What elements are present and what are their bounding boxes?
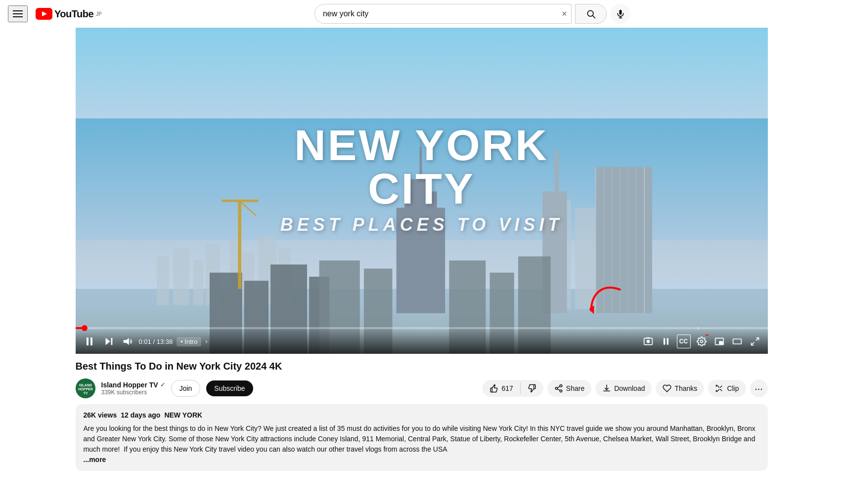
settings-badge xyxy=(706,335,709,336)
fullscreen-button[interactable] xyxy=(748,335,762,348)
verified-icon: ✓ xyxy=(160,381,165,388)
channel-name-block: Island Hopper TV ✓ 339K subscribers xyxy=(101,381,165,396)
video-actions-row: ISLAND HOPPER TV Island Hopper TV ✓ xyxy=(76,378,768,398)
miniplayer-icon xyxy=(714,336,724,346)
description-box[interactable]: 26K views 12 days ago NEW YORK Are you l… xyxy=(76,404,768,471)
dislike-button[interactable] xyxy=(521,380,543,397)
time-display: 0:01 / 13:38 xyxy=(139,338,173,345)
pause-icon xyxy=(84,336,95,347)
next-icon xyxy=(103,336,114,347)
svg-rect-11 xyxy=(173,249,189,305)
clear-icon: × xyxy=(562,9,567,19)
upload-time: 12 days ago xyxy=(121,410,160,420)
description-meta: 26K views 12 days ago NEW YORK xyxy=(84,410,760,420)
header: YouTube JP × xyxy=(0,0,843,28)
channel-info: ISLAND HOPPER TV Island Hopper TV ✓ xyxy=(76,378,479,398)
svg-rect-33 xyxy=(644,167,645,313)
svg-rect-27 xyxy=(595,167,596,313)
play-pause-button[interactable] xyxy=(82,334,97,349)
miniplayer-button[interactable] xyxy=(712,335,726,348)
svg-rect-31 xyxy=(627,167,628,313)
svg-line-3 xyxy=(593,16,595,18)
channel-name[interactable]: Island Hopper TV ✓ xyxy=(101,381,165,389)
more-actions-button[interactable]: ··· xyxy=(750,379,768,397)
header-center: × xyxy=(110,4,835,24)
clip-button[interactable]: Clip xyxy=(708,380,746,397)
video-thumbnail[interactable]: NEW YORK CITY BEST PLACES TO VISIT xyxy=(76,28,768,354)
settings-button[interactable] xyxy=(695,335,709,348)
join-button[interactable]: Join xyxy=(171,380,201,397)
svg-marker-52 xyxy=(123,338,129,345)
svg-point-75 xyxy=(560,385,562,387)
pause2-button[interactable] xyxy=(659,335,673,348)
video-player[interactable]: NEW YORK CITY BEST PLACES TO VISIT xyxy=(76,28,768,354)
screenshot-icon xyxy=(643,336,653,346)
search-clear-button[interactable]: × xyxy=(558,9,571,19)
like-count: 617 xyxy=(501,384,513,392)
channel-subscribers: 339K subscribers xyxy=(101,389,165,396)
youtube-logo[interactable]: YouTube JP xyxy=(36,8,102,20)
svg-rect-61 xyxy=(733,339,741,344)
search-bar: × xyxy=(314,4,572,24)
logo-text: YouTube xyxy=(54,8,93,20)
screenshot-button[interactable] xyxy=(641,335,655,348)
video-main-title: Best Things To Do in New York City 2024 … xyxy=(76,360,768,373)
more-icon: ··· xyxy=(754,383,763,394)
search-input[interactable] xyxy=(315,4,558,23)
thumbs-down-icon xyxy=(528,384,536,393)
logo-jp: JP xyxy=(96,11,102,17)
controls-bar: 0:01 / 13:38 • Intro › xyxy=(76,329,768,354)
svg-marker-50 xyxy=(105,338,110,345)
volume-icon xyxy=(122,336,133,347)
svg-rect-29 xyxy=(611,167,612,313)
voice-search-button[interactable] xyxy=(611,4,630,24)
svg-rect-12 xyxy=(193,260,204,305)
page-wrapper: NEW YORK CITY BEST PLACES TO VISIT xyxy=(0,28,843,471)
menu-button[interactable] xyxy=(8,5,28,22)
svg-rect-55 xyxy=(646,337,650,339)
svg-line-62 xyxy=(755,338,758,341)
intro-arrow: › xyxy=(205,338,207,345)
controls-right: CC xyxy=(641,335,762,348)
overlay-title-line2: BEST PLACES TO VISIT xyxy=(249,214,595,235)
volume-button[interactable] xyxy=(120,334,135,349)
svg-point-58 xyxy=(700,340,703,343)
search-icon xyxy=(586,9,596,19)
svg-text:HOPPER: HOPPER xyxy=(78,387,93,391)
like-button[interactable]: 617 xyxy=(483,380,520,397)
download-button[interactable]: Download xyxy=(595,380,652,397)
svg-rect-40 xyxy=(238,200,241,289)
subscribe-button[interactable]: Subscribe xyxy=(206,380,253,396)
svg-rect-56 xyxy=(664,338,665,344)
settings-icon xyxy=(697,336,707,346)
theater-button[interactable] xyxy=(730,335,744,348)
svg-rect-4 xyxy=(619,10,621,15)
more-link[interactable]: ...more xyxy=(84,456,106,463)
main: NEW YORK CITY BEST PLACES TO VISIT xyxy=(0,28,843,471)
fullscreen-icon xyxy=(750,336,760,346)
download-icon xyxy=(602,384,611,393)
svg-rect-28 xyxy=(603,167,604,313)
next-button[interactable] xyxy=(101,334,116,349)
svg-point-76 xyxy=(555,387,558,390)
like-dislike-group: 617 xyxy=(483,380,543,397)
svg-rect-10 xyxy=(157,256,169,305)
svg-point-54 xyxy=(646,340,650,343)
description-text: Are you looking for the best things to d… xyxy=(84,423,760,455)
clip-icon xyxy=(715,384,724,393)
svg-point-77 xyxy=(560,390,562,392)
share-button[interactable]: Share xyxy=(547,380,591,397)
channel-avatar[interactable]: ISLAND HOPPER TV xyxy=(76,378,95,398)
clip-label: Clip xyxy=(727,384,739,392)
share-icon xyxy=(554,384,563,393)
svg-rect-48 xyxy=(87,337,89,345)
svg-rect-49 xyxy=(90,337,92,345)
thanks-button[interactable]: Thanks xyxy=(656,380,704,397)
overlay-title-line1: NEW YORK CITY xyxy=(249,124,595,210)
thanks-label: Thanks xyxy=(674,384,697,392)
cc-button[interactable]: CC xyxy=(677,335,691,348)
search-button[interactable] xyxy=(575,4,607,24)
svg-line-63 xyxy=(751,342,754,345)
intro-label[interactable]: • Intro xyxy=(177,337,201,346)
content-area: NEW YORK CITY BEST PLACES TO VISIT xyxy=(76,28,768,471)
